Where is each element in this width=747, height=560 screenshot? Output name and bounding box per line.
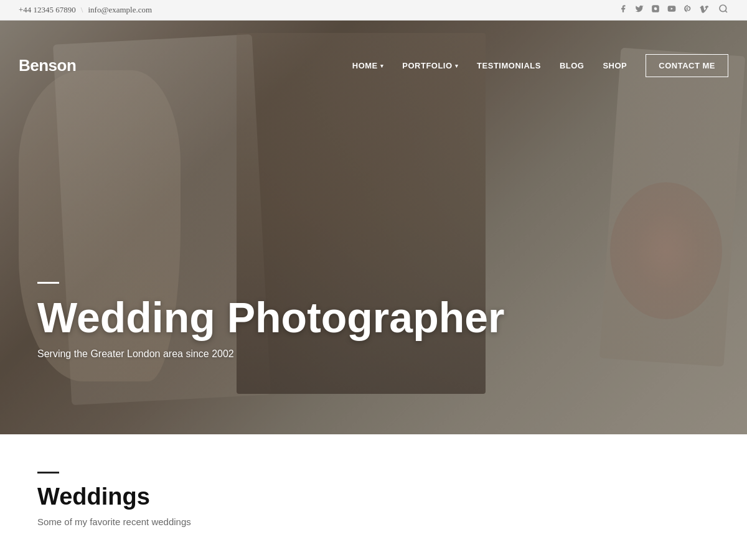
contact-me-button[interactable]: CONTACT ME bbox=[646, 54, 728, 77]
separator: \ bbox=[81, 5, 83, 15]
hero-decorative-line bbox=[37, 282, 59, 284]
nav-portfolio-label: PORTFOLIO bbox=[402, 61, 452, 70]
phone-number: +44 12345 67890 bbox=[19, 5, 76, 15]
chevron-down-icon: ▾ bbox=[455, 63, 459, 69]
hero-section: Benson HOME ▾ PORTFOLIO ▾ TESTIMONIALS B… bbox=[0, 21, 747, 434]
nav-item-portfolio[interactable]: PORTFOLIO ▾ bbox=[402, 61, 458, 70]
weddings-title: Weddings bbox=[37, 483, 710, 510]
youtube-icon[interactable] bbox=[667, 4, 676, 16]
pinterest-icon[interactable] bbox=[684, 4, 692, 16]
nav-item-blog[interactable]: BLOG bbox=[560, 61, 585, 70]
twitter-icon[interactable] bbox=[635, 4, 644, 16]
site-header: Benson HOME ▾ PORTFOLIO ▾ TESTIMONIALS B… bbox=[0, 44, 747, 87]
nav-shop-label: SHOP bbox=[603, 61, 627, 70]
hero-subtitle: Serving the Greater London area since 20… bbox=[37, 348, 505, 360]
site-logo[interactable]: Benson bbox=[19, 56, 76, 75]
weddings-subtitle: Some of my favorite recent weddings bbox=[37, 516, 710, 527]
hero-content: Wedding Photographer Serving the Greater… bbox=[37, 282, 505, 360]
weddings-section: Weddings Some of my favorite recent wedd… bbox=[0, 434, 747, 552]
nav-home-label: HOME bbox=[352, 61, 378, 70]
chevron-down-icon: ▾ bbox=[380, 63, 384, 69]
email-address: info@example.com bbox=[88, 5, 152, 15]
main-nav: HOME ▾ PORTFOLIO ▾ TESTIMONIALS BLOG SHO… bbox=[352, 54, 728, 77]
svg-line-4 bbox=[725, 11, 727, 12]
nav-item-home[interactable]: HOME ▾ bbox=[352, 61, 384, 70]
vimeo-icon[interactable] bbox=[700, 4, 708, 16]
nav-item-shop[interactable]: SHOP bbox=[603, 61, 627, 70]
facebook-icon[interactable] bbox=[619, 4, 627, 16]
nav-blog-label: BLOG bbox=[560, 61, 585, 70]
hero-title: Wedding Photographer bbox=[37, 296, 505, 338]
social-icons-bar bbox=[619, 4, 728, 16]
search-icon[interactable] bbox=[718, 4, 728, 16]
top-bar: +44 12345 67890 \ info@example.com bbox=[0, 0, 747, 21]
section-decorative-line bbox=[37, 472, 59, 474]
nav-item-testimonials[interactable]: TESTIMONIALS bbox=[477, 61, 541, 70]
instagram-icon[interactable] bbox=[651, 4, 660, 16]
nav-testimonials-label: TESTIMONIALS bbox=[477, 61, 541, 70]
svg-point-3 bbox=[720, 5, 726, 12]
contact-info: +44 12345 67890 \ info@example.com bbox=[19, 5, 152, 15]
